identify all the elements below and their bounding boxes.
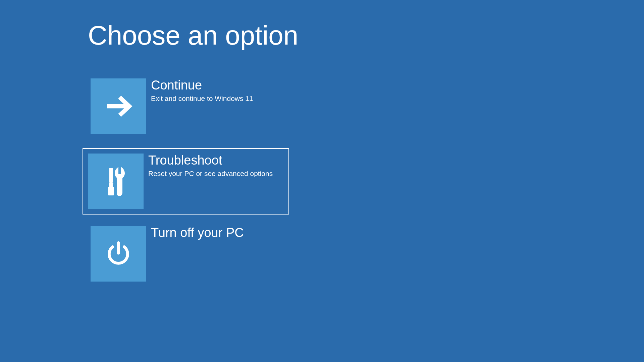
turnoff-tile [91,226,146,282]
options-list: Continue Exit and continue to Windows 11 [88,76,289,296]
tools-icon [103,165,129,198]
option-troubleshoot-title: Troubleshoot [148,154,273,168]
option-continue-desc: Exit and continue to Windows 11 [151,95,253,103]
option-troubleshoot[interactable]: Troubleshoot Reset your PC or see advanc… [83,148,289,215]
svg-marker-2 [109,183,113,187]
recovery-screen: Choose an option Continue Exit and conti… [0,0,644,362]
option-continue-title: Continue [151,78,253,93]
option-turnoff-title: Turn off your PC [151,226,244,240]
arrow-right-icon [103,91,133,121]
svg-rect-4 [118,166,121,174]
option-troubleshoot-desc: Reset your PC or see advanced options [148,170,273,178]
power-icon [104,239,133,268]
option-continue[interactable]: Continue Exit and continue to Windows 11 [88,76,289,137]
svg-rect-1 [109,168,113,183]
page-title: Choose an option [88,20,298,51]
option-continue-text: Continue Exit and continue to Windows 11 [151,78,253,103]
option-turnoff[interactable]: Turn off your PC [88,223,289,284]
troubleshoot-tile [88,154,144,209]
option-turnoff-text: Turn off your PC [151,226,244,240]
continue-tile [91,78,146,134]
option-troubleshoot-text: Troubleshoot Reset your PC or see advanc… [148,154,273,178]
svg-rect-3 [108,187,114,195]
